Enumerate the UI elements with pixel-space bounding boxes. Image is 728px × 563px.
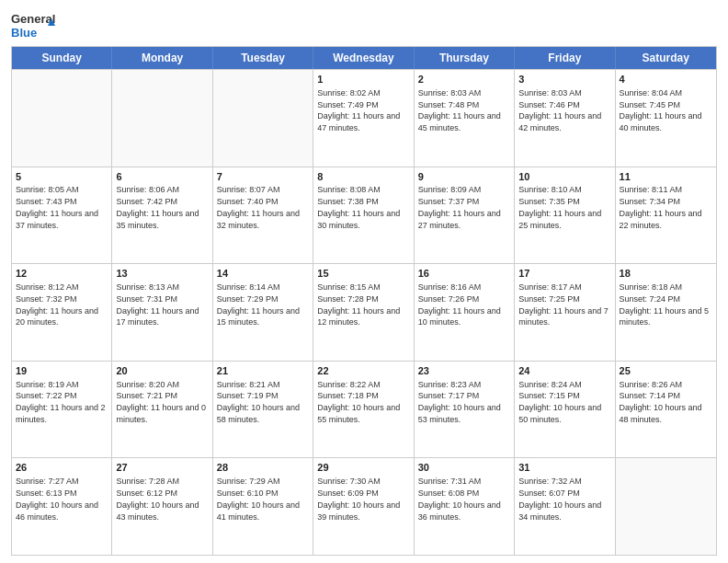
day-number: 22 (317, 364, 409, 378)
cal-cell: 1Sunrise: 8:02 AM Sunset: 7:49 PM Daylig… (313, 70, 414, 167)
cell-info: Sunrise: 7:32 AM Sunset: 6:07 PM Dayligh… (518, 477, 601, 521)
cal-cell: 28Sunrise: 7:29 AM Sunset: 6:10 PM Dayli… (213, 458, 313, 555)
cal-cell: 10Sunrise: 8:10 AM Sunset: 7:35 PM Dayli… (515, 167, 615, 264)
cal-cell (213, 70, 313, 167)
cell-info: Sunrise: 8:19 AM Sunset: 7:22 PM Dayligh… (16, 380, 106, 424)
cal-cell: 24Sunrise: 8:24 AM Sunset: 7:15 PM Dayli… (515, 362, 615, 458)
day-number: 24 (518, 364, 610, 378)
day-number: 16 (418, 267, 510, 281)
cell-info: Sunrise: 8:24 AM Sunset: 7:15 PM Dayligh… (518, 380, 601, 424)
cal-cell (112, 70, 212, 167)
day-number: 1 (317, 73, 409, 86)
cal-cell: 22Sunrise: 8:22 AM Sunset: 7:18 PM Dayli… (313, 362, 414, 458)
day-number: 3 (518, 73, 610, 86)
day-number: 20 (116, 364, 208, 378)
cell-info: Sunrise: 8:02 AM Sunset: 7:49 PM Dayligh… (317, 88, 400, 132)
cal-cell: 3Sunrise: 8:03 AM Sunset: 7:46 PM Daylig… (515, 70, 615, 167)
cell-info: Sunrise: 8:20 AM Sunset: 7:21 PM Dayligh… (116, 380, 206, 424)
day-number: 4 (620, 73, 712, 86)
cal-cell: 14Sunrise: 8:14 AM Sunset: 7:29 PM Dayli… (213, 264, 313, 361)
day-number: 31 (518, 461, 610, 475)
day-number: 18 (620, 267, 712, 281)
cell-info: Sunrise: 8:13 AM Sunset: 7:31 PM Dayligh… (116, 282, 199, 327)
header-cell-friday: Friday (515, 47, 615, 69)
page: GeneralBlue SundayMondayTuesdayWednesday… (0, 0, 728, 563)
header-cell-thursday: Thursday (415, 47, 515, 69)
header-cell-wednesday: Wednesday (313, 47, 414, 69)
cell-info: Sunrise: 7:30 AM Sunset: 6:09 PM Dayligh… (317, 477, 400, 521)
cell-info: Sunrise: 7:29 AM Sunset: 6:10 PM Dayligh… (217, 477, 300, 521)
cell-info: Sunrise: 8:03 AM Sunset: 7:46 PM Dayligh… (518, 88, 601, 132)
cell-info: Sunrise: 7:28 AM Sunset: 6:12 PM Dayligh… (116, 477, 199, 521)
cal-cell: 11Sunrise: 8:11 AM Sunset: 7:34 PM Dayli… (616, 167, 716, 264)
day-number: 6 (116, 170, 208, 184)
cal-cell: 15Sunrise: 8:15 AM Sunset: 7:28 PM Dayli… (313, 264, 414, 361)
cell-info: Sunrise: 8:12 AM Sunset: 7:32 PM Dayligh… (16, 282, 98, 327)
cal-cell: 23Sunrise: 8:23 AM Sunset: 7:17 PM Dayli… (415, 362, 515, 458)
day-number: 17 (518, 267, 610, 281)
day-number: 8 (317, 170, 409, 184)
cell-info: Sunrise: 8:21 AM Sunset: 7:19 PM Dayligh… (217, 380, 300, 424)
day-number: 27 (116, 461, 208, 475)
cell-info: Sunrise: 7:27 AM Sunset: 6:13 PM Dayligh… (16, 477, 98, 521)
cal-cell: 8Sunrise: 8:08 AM Sunset: 7:38 PM Daylig… (313, 167, 414, 264)
cal-cell: 17Sunrise: 8:17 AM Sunset: 7:25 PM Dayli… (515, 264, 615, 361)
day-number: 5 (16, 170, 108, 184)
day-number: 30 (418, 461, 510, 475)
header-cell-sunday: Sunday (12, 47, 112, 69)
cal-cell: 12Sunrise: 8:12 AM Sunset: 7:32 PM Dayli… (12, 264, 112, 361)
day-number: 25 (620, 364, 712, 378)
cal-cell: 2Sunrise: 8:03 AM Sunset: 7:48 PM Daylig… (415, 70, 515, 167)
logo-svg: GeneralBlue (11, 9, 57, 42)
cal-cell (616, 458, 716, 555)
header-cell-tuesday: Tuesday (213, 47, 313, 69)
calendar: SundayMondayTuesdayWednesdayThursdayFrid… (11, 46, 717, 556)
cell-info: Sunrise: 8:14 AM Sunset: 7:29 PM Dayligh… (217, 282, 300, 327)
cal-cell: 16Sunrise: 8:16 AM Sunset: 7:26 PM Dayli… (415, 264, 515, 361)
cell-info: Sunrise: 8:09 AM Sunset: 7:37 PM Dayligh… (418, 185, 501, 229)
calendar-header: SundayMondayTuesdayWednesdayThursdayFrid… (12, 47, 716, 69)
cell-info: Sunrise: 8:15 AM Sunset: 7:28 PM Dayligh… (317, 282, 400, 327)
cal-cell: 18Sunrise: 8:18 AM Sunset: 7:24 PM Dayli… (616, 264, 716, 361)
cell-info: Sunrise: 8:03 AM Sunset: 7:48 PM Dayligh… (418, 88, 501, 132)
cell-info: Sunrise: 8:22 AM Sunset: 7:18 PM Dayligh… (317, 380, 400, 424)
cal-cell: 13Sunrise: 8:13 AM Sunset: 7:31 PM Dayli… (112, 264, 212, 361)
day-number: 14 (217, 267, 309, 281)
day-number: 13 (116, 267, 208, 281)
day-number: 15 (317, 267, 409, 281)
cell-info: Sunrise: 8:07 AM Sunset: 7:40 PM Dayligh… (217, 185, 300, 229)
day-number: 19 (16, 364, 108, 378)
cell-info: Sunrise: 8:17 AM Sunset: 7:25 PM Dayligh… (518, 282, 609, 327)
cal-cell: 9Sunrise: 8:09 AM Sunset: 7:37 PM Daylig… (415, 167, 515, 264)
day-number: 28 (217, 461, 309, 475)
header-cell-monday: Monday (112, 47, 212, 69)
week-row-3: 12Sunrise: 8:12 AM Sunset: 7:32 PM Dayli… (12, 263, 716, 361)
cal-cell: 30Sunrise: 7:31 AM Sunset: 6:08 PM Dayli… (415, 458, 515, 555)
day-number: 12 (16, 267, 108, 281)
header-cell-saturday: Saturday (616, 47, 716, 69)
cal-cell: 19Sunrise: 8:19 AM Sunset: 7:22 PM Dayli… (12, 362, 112, 458)
cal-cell: 31Sunrise: 7:32 AM Sunset: 6:07 PM Dayli… (515, 458, 615, 555)
cell-info: Sunrise: 8:11 AM Sunset: 7:34 PM Dayligh… (620, 185, 702, 229)
header: GeneralBlue (11, 9, 717, 42)
cell-info: Sunrise: 7:31 AM Sunset: 6:08 PM Dayligh… (418, 477, 501, 521)
cell-info: Sunrise: 8:26 AM Sunset: 7:14 PM Dayligh… (620, 380, 702, 424)
cell-info: Sunrise: 8:05 AM Sunset: 7:43 PM Dayligh… (16, 185, 98, 229)
calendar-body: 1Sunrise: 8:02 AM Sunset: 7:49 PM Daylig… (12, 69, 716, 555)
svg-text:Blue: Blue (11, 26, 37, 40)
cell-info: Sunrise: 8:23 AM Sunset: 7:17 PM Dayligh… (418, 380, 501, 424)
cal-cell: 29Sunrise: 7:30 AM Sunset: 6:09 PM Dayli… (313, 458, 414, 555)
cal-cell: 4Sunrise: 8:04 AM Sunset: 7:45 PM Daylig… (616, 70, 716, 167)
day-number: 26 (16, 461, 108, 475)
cell-info: Sunrise: 8:04 AM Sunset: 7:45 PM Dayligh… (620, 88, 702, 132)
day-number: 7 (217, 170, 309, 184)
cal-cell: 6Sunrise: 8:06 AM Sunset: 7:42 PM Daylig… (112, 167, 212, 264)
cal-cell: 26Sunrise: 7:27 AM Sunset: 6:13 PM Dayli… (12, 458, 112, 555)
day-number: 29 (317, 461, 409, 475)
day-number: 2 (418, 73, 510, 86)
week-row-1: 1Sunrise: 8:02 AM Sunset: 7:49 PM Daylig… (12, 69, 716, 167)
cell-info: Sunrise: 8:16 AM Sunset: 7:26 PM Dayligh… (418, 282, 501, 327)
cal-cell: 21Sunrise: 8:21 AM Sunset: 7:19 PM Dayli… (213, 362, 313, 458)
day-number: 11 (620, 170, 712, 184)
day-number: 9 (418, 170, 510, 184)
